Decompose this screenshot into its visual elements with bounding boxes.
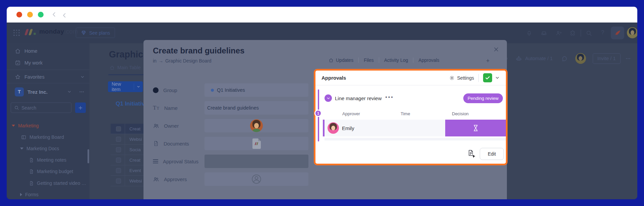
user-avatar[interactable] — [627, 27, 637, 38]
collapsed-arrow-icon — [20, 193, 22, 196]
review-status-icon[interactable] — [325, 94, 332, 102]
decision-cell-pending[interactable] — [445, 120, 506, 136]
my-work-label: My work — [24, 60, 43, 66]
invite-person-icon[interactable] — [555, 30, 562, 36]
owner-value-cell[interactable] — [204, 119, 308, 132]
desktop-frame: monday.com See plans ? — [0, 0, 644, 206]
sidebar-item-marketing-board[interactable]: Marketing Board — [21, 133, 64, 141]
minimize-window-button[interactable] — [27, 12, 33, 17]
back-icon[interactable] — [50, 11, 58, 18]
sidebar-item-getting-started-video[interactable]: Getting started video … — [29, 179, 86, 187]
next-row-peek — [325, 138, 506, 140]
item-title: Create brand guidelines — [153, 46, 244, 55]
search-icon[interactable] — [586, 30, 592, 36]
group-title-label: Q1 Initiatives — [116, 100, 144, 107]
approval-status-value-cell[interactable] — [204, 155, 308, 168]
forward-icon[interactable] — [60, 11, 67, 18]
row-checkbox[interactable] — [116, 126, 121, 131]
board-icon — [21, 134, 26, 140]
people-icon — [153, 176, 159, 182]
documents-label: Documents — [164, 141, 189, 147]
breadcrumb-board-link[interactable]: Graphic Design Board — [165, 58, 212, 64]
name-value-cell[interactable]: Create brand guidelines — [204, 101, 308, 115]
rocket-chip[interactable] — [611, 27, 624, 39]
close-icon[interactable] — [493, 46, 500, 53]
breadcrumb: in → Graphic Design Board — [153, 58, 212, 64]
maximize-window-button[interactable] — [38, 12, 44, 17]
field-label-approval-status: Approval Status — [153, 155, 198, 168]
documents-value-cell[interactable] — [204, 137, 308, 150]
sidebar-item-home[interactable]: Home — [15, 47, 38, 55]
sidebar-folder-marketing[interactable]: Marketing — [12, 122, 39, 129]
approvals-header: Approvals Settings — [315, 71, 506, 85]
add-board-button[interactable] — [75, 102, 86, 113]
calendar-check-icon — [15, 60, 21, 66]
board-menu-icon[interactable]: ⋯ — [626, 56, 632, 61]
modal-tabs: Updates Files Activity Log Approvals — [324, 57, 445, 63]
group-label: Group — [163, 87, 177, 93]
review-menu-icon[interactable]: ●●● — [385, 95, 394, 99]
apps-puzzle-icon[interactable] — [570, 30, 576, 36]
edit-button[interactable]: Edit — [480, 148, 504, 160]
close-window-button[interactable] — [16, 12, 22, 17]
inbox-tray-icon[interactable] — [541, 30, 547, 36]
browser-window: monday.com See plans ? — [7, 7, 637, 199]
new-item-dropdown[interactable] — [134, 85, 143, 89]
row-checkbox[interactable] — [116, 168, 121, 173]
header-divider — [478, 74, 479, 82]
sidebar-scrollbar[interactable] — [87, 149, 89, 163]
mouse-cursor — [470, 153, 477, 160]
automate-robot-icon[interactable] — [516, 55, 522, 62]
approval-status-label: Approval Status — [163, 159, 198, 164]
approvals-panel: Approvals Settings 1 Line manager review — [314, 69, 508, 165]
workspace-selector[interactable]: T Trez Inc. ⋯ — [15, 88, 85, 96]
sidebar-item-marketing-budget[interactable]: Marketing budget — [29, 168, 73, 175]
automate-label[interactable]: Automate / 1 — [525, 56, 552, 61]
row-checkbox[interactable] — [116, 147, 121, 152]
approve-checkbox[interactable] — [483, 73, 492, 82]
sidebar-item-favorites[interactable]: Favorites — [15, 73, 85, 81]
sidebar-search[interactable] — [11, 102, 71, 113]
home-label: Home — [24, 48, 38, 54]
new-item-button[interactable]: New item — [108, 81, 143, 92]
row-checkbox[interactable] — [116, 178, 121, 183]
see-plans-button[interactable]: See plans — [76, 28, 115, 38]
tab-activity-log[interactable]: Activity Log — [379, 57, 413, 63]
tab-main-table[interactable]: Main Table — [110, 65, 141, 70]
tab-updates[interactable]: Updates — [324, 57, 358, 63]
search-icon — [14, 105, 19, 110]
chat-bubble-icon[interactable] — [562, 55, 568, 62]
search-input[interactable] — [21, 105, 62, 111]
settings-button[interactable]: Settings — [449, 75, 474, 81]
getting-started-video-label: Getting started video … — [37, 180, 86, 186]
tab-files[interactable]: Files — [359, 57, 379, 63]
settings-label: Settings — [457, 75, 474, 81]
gear-icon — [449, 75, 455, 81]
monday-logo[interactable]: monday.com — [25, 28, 78, 35]
help-question-icon[interactable]: ? — [601, 29, 604, 36]
sidebar-item-my-work[interactable]: My work — [15, 59, 43, 67]
row-checkbox[interactable] — [116, 137, 121, 142]
new-item-label: New item — [108, 81, 134, 92]
notifications-bell-icon[interactable] — [526, 30, 532, 36]
chevron-down-icon — [326, 96, 331, 100]
approvals-label: Approvals — [418, 57, 439, 63]
sidebar-item-meeting-notes[interactable]: Meeting notes — [29, 156, 66, 164]
row-checkbox[interactable] — [116, 158, 121, 163]
document-icon — [153, 140, 159, 147]
sidebar-folder-marketing-docs[interactable]: Marketing Docs — [20, 145, 59, 152]
add-tab-button[interactable]: + — [486, 57, 490, 65]
workspace-menu-icon[interactable]: ⋯ — [79, 89, 85, 94]
group-value-cell[interactable]: Q1 Initiatives — [204, 83, 308, 97]
invite-button[interactable]: Invite / 1 — [593, 53, 621, 64]
arrow-right-icon: → — [159, 58, 163, 64]
approvers-value-cell[interactable] — [204, 172, 308, 186]
tab-approvals[interactable]: Approvals — [413, 57, 444, 63]
sidebar: Home My work Favorites T Trez Inc. ⋯ — [7, 43, 90, 199]
chevron-down-icon[interactable] — [495, 75, 500, 80]
group-title[interactable]: Q1 Initiatives — [112, 100, 144, 107]
board-member-avatar[interactable] — [575, 53, 586, 64]
approvals-title: Approvals — [321, 75, 449, 81]
apps-grid-icon[interactable] — [13, 30, 20, 36]
sidebar-folder-forms[interactable]: Forms — [20, 191, 39, 198]
